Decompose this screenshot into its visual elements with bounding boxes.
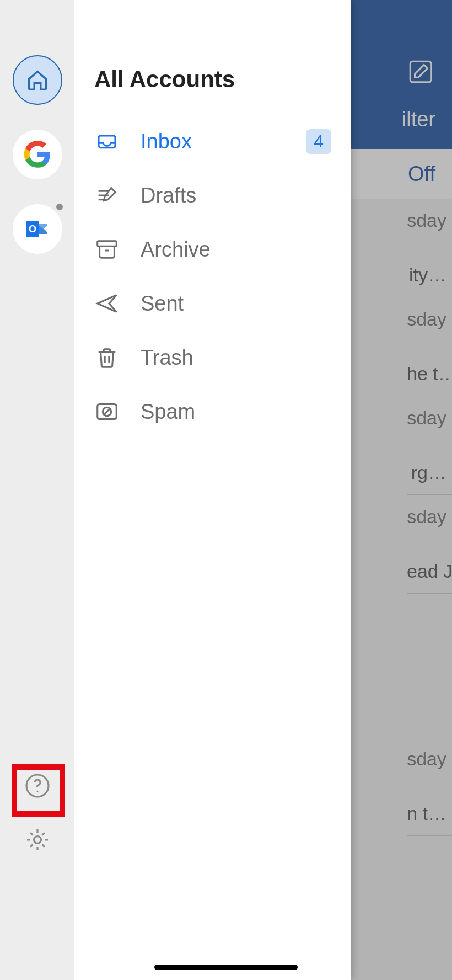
folder-panel: All Accounts Inbox 4 [74, 0, 351, 980]
account-all-home[interactable] [13, 55, 62, 105]
settings-button[interactable] [24, 827, 51, 853]
folder-label: Sent [141, 292, 331, 316]
gear-icon [24, 827, 51, 853]
archive-icon [94, 237, 120, 262]
sent-icon [94, 291, 120, 316]
home-indicator[interactable] [154, 965, 298, 970]
account-outlook[interactable]: O [13, 204, 62, 254]
folder-item-spam[interactable]: Spam [74, 385, 351, 439]
outlook-icon: O [24, 216, 51, 242]
drawer-title: All Accounts [94, 66, 331, 93]
inbox-icon [94, 129, 120, 154]
folder-list: Inbox 4 Drafts [74, 114, 351, 439]
svg-text:O: O [28, 223, 36, 235]
status-dot-icon [55, 202, 64, 212]
help-button[interactable] [24, 773, 51, 799]
folder-label: Spam [141, 400, 331, 424]
folder-label: Drafts [141, 184, 331, 207]
google-icon [23, 140, 52, 169]
unread-badge: 4 [306, 129, 331, 154]
navigation-drawer: O All Account [0, 0, 351, 980]
svg-rect-6 [98, 241, 117, 247]
account-strip: O [0, 0, 74, 980]
spam-icon [94, 399, 120, 424]
account-google[interactable] [13, 130, 62, 179]
folder-label: Archive [141, 238, 331, 262]
folder-label: Trash [141, 346, 331, 370]
svg-point-4 [36, 790, 38, 792]
folder-item-trash[interactable]: Trash [74, 331, 351, 385]
folder-item-inbox[interactable]: Inbox 4 [74, 114, 351, 168]
folder-item-archive[interactable]: Archive [74, 222, 351, 276]
folder-item-sent[interactable]: Sent [74, 276, 351, 331]
drafts-icon [94, 183, 120, 208]
folder-label: Inbox [141, 130, 285, 153]
help-icon [24, 773, 51, 799]
trash-icon [94, 345, 120, 370]
svg-point-5 [34, 837, 41, 844]
folder-header: All Accounts [74, 0, 351, 114]
folder-item-drafts[interactable]: Drafts [74, 168, 351, 222]
home-icon [25, 67, 50, 93]
